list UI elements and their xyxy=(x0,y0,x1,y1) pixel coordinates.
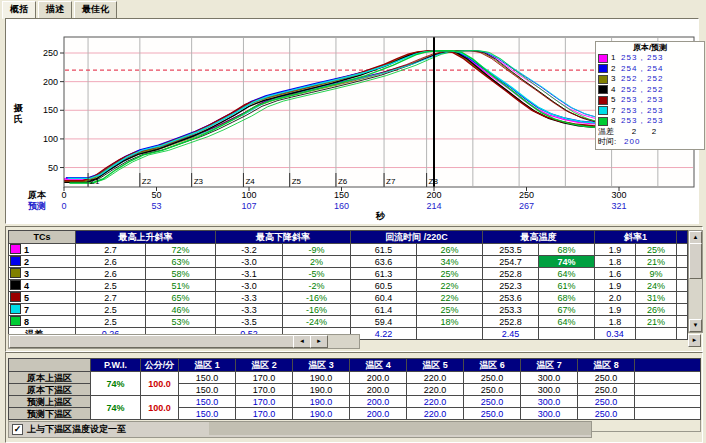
scroll-left-button[interactable]: ◄ xyxy=(293,335,311,348)
zone-setpoint-r0c6[interactable]: 300.0 xyxy=(521,372,578,384)
zone-header-2: 温区 2 xyxy=(236,359,293,372)
x-axis-row-label: 预测 xyxy=(28,201,46,211)
stat-cell-r1c2: -3.0 xyxy=(216,256,283,268)
stat-cell-r6c7: 64% xyxy=(539,316,595,328)
zone-setpoint-r3c3[interactable]: 200.0 xyxy=(350,408,407,420)
zone-header-4: 温区 4 xyxy=(350,359,407,372)
zone-setpoint-r3c5[interactable]: 250.0 xyxy=(464,408,521,420)
zone-setpoint-r0c2[interactable]: 190.0 xyxy=(293,372,350,384)
zone-setpoint-r2c7[interactable]: 250.0 xyxy=(578,396,635,408)
scroll-down-button[interactable]: ▼ xyxy=(689,319,702,332)
zone-setpoint-r0c7[interactable]: 250.0 xyxy=(578,372,635,384)
stat-cell-r1c9: 21% xyxy=(636,256,677,268)
zone-header-7: 温区 7 xyxy=(521,359,578,372)
zone-setpoint-r1c7[interactable]: 250.0 xyxy=(578,384,635,396)
zone-setpoint-r0c3[interactable]: 200.0 xyxy=(350,372,407,384)
stat-cell-r6c8: 1.8 xyxy=(595,316,636,328)
zone-setpoint-r3c6[interactable]: 300.0 xyxy=(521,408,578,420)
zone-setpoint-r0c1[interactable]: 170.0 xyxy=(236,372,293,384)
x-tick-label: 250 xyxy=(519,190,534,200)
stat-cell-r6c9: 21% xyxy=(636,316,677,328)
y-tick-label: 50 xyxy=(48,163,58,173)
zone-setpoint-r1c6[interactable]: 300.0 xyxy=(521,384,578,396)
zone-setpoint-r2c2[interactable]: 190.0 xyxy=(293,396,350,408)
stat-cell-r7c7 xyxy=(539,328,595,340)
zone-setpoint-r2c6[interactable]: 300.0 xyxy=(521,396,578,408)
zone-setpoint-r3c0[interactable]: 150.0 xyxy=(179,408,236,420)
stat-cell-r5c5: 25% xyxy=(417,304,483,316)
x-tick-label: 107 xyxy=(241,201,256,211)
tc-color-chip xyxy=(10,268,21,278)
scroll-right-button[interactable]: ► xyxy=(310,335,328,348)
zone-setpoint-r2c0[interactable]: 150.0 xyxy=(179,396,236,408)
x-tick-label: 53 xyxy=(151,201,161,211)
stat-cell-r6c5: 18% xyxy=(417,316,483,328)
zone-setpoint-r0c0[interactable]: 150.0 xyxy=(179,372,236,384)
zone-setpoint-r1c3[interactable]: 200.0 xyxy=(350,384,407,396)
zone-setpoint-r2c4[interactable]: 220.0 xyxy=(407,396,464,408)
zone-setpoint-r3c4[interactable]: 220.0 xyxy=(407,408,464,420)
legend-item-TC2: 2 254 , 254 xyxy=(598,64,702,75)
corner-scroll-button[interactable]: ► xyxy=(688,334,701,347)
stat-cell-r6c0: 2.5 xyxy=(76,316,146,328)
stat-cell-r0c5: 26% xyxy=(417,244,483,256)
zone-setpoint-r0c4[interactable]: 220.0 xyxy=(407,372,464,384)
tc-color-chip xyxy=(598,117,608,126)
statistics-table: TCs最高上升斜率最高下降斜率回流时间 /220C最高温度斜率112.772%-… xyxy=(8,230,688,340)
zone-setpoint-r3c1[interactable]: 170.0 xyxy=(236,408,293,420)
link-zones-row: ✓ 上与下温区温度设定一至 xyxy=(8,421,592,438)
zone-setpoint-r2c3[interactable]: 200.0 xyxy=(350,396,407,408)
stat-cell-r4c4: 60.4 xyxy=(351,292,417,304)
tab-optimize[interactable]: 最佳化 xyxy=(74,1,117,19)
link-zones-checkbox[interactable]: ✓ xyxy=(12,424,23,435)
zone-setpoint-r1c0[interactable]: 150.0 xyxy=(179,384,236,396)
setpoint-filler-cell xyxy=(635,396,701,408)
legend-peak-values: 254 , 254 xyxy=(621,64,663,74)
hscroll-thumb[interactable] xyxy=(9,335,294,348)
zone-setpoint-r3c7[interactable]: 250.0 xyxy=(578,408,635,420)
zone-setpoint-r2c5[interactable]: 250.0 xyxy=(464,396,521,408)
zone-label-Z8: Z8 xyxy=(429,177,439,186)
stat-cell-r3c7: 61% xyxy=(539,280,595,292)
zone-header-3: 温区 3 xyxy=(293,359,350,372)
zone-setpoint-r1c2[interactable]: 190.0 xyxy=(293,384,350,396)
stat-cell-r4c6: 253.6 xyxy=(483,292,539,304)
legend-peak-values: 252 , 252 xyxy=(621,74,663,84)
stats-row-label: 7 xyxy=(9,304,76,316)
stats-filler-cell xyxy=(677,304,688,316)
stat-cell-r1c6: 254.7 xyxy=(483,256,539,268)
stat-cell-r2c5: 25% xyxy=(417,268,483,280)
stat-cell-r5c9: 26% xyxy=(636,304,677,316)
vscroll-thumb[interactable] xyxy=(689,243,702,279)
zone-setpoint-r2c1[interactable]: 170.0 xyxy=(236,396,293,408)
link-zones-track xyxy=(209,422,591,435)
legend-item-TC1: 1 253 , 253 xyxy=(598,53,702,64)
zone-header-6: 温区 6 xyxy=(464,359,521,372)
x-tick-label: 214 xyxy=(426,201,441,211)
zone-setpoint-r1c1[interactable]: 170.0 xyxy=(236,384,293,396)
tab-summary[interactable]: 概括 xyxy=(2,1,36,19)
tc-color-chip xyxy=(10,292,21,302)
stat-cell-r5c8: 1.9 xyxy=(595,304,636,316)
zone-setpoint-r1c5[interactable]: 250.0 xyxy=(464,384,521,396)
zone-setpoint-r1c4[interactable]: 220.0 xyxy=(407,384,464,396)
zone-header-5: 温区 5 xyxy=(407,359,464,372)
setpoint-row-2: 预测上温区74%100.0150.0170.0190.0200.0220.025… xyxy=(9,396,701,408)
tab-description[interactable]: 描述 xyxy=(38,1,72,19)
zone-setpoint-r3c2[interactable]: 190.0 xyxy=(293,408,350,420)
stats-hscrollbar[interactable]: ◄ ► xyxy=(8,334,360,349)
stat-cell-r7c8: 0.34 xyxy=(595,328,636,340)
stats-vscrollbar[interactable]: ▲ ▼ xyxy=(688,230,703,333)
tc-color-chip xyxy=(598,75,608,84)
zone-setpoint-r0c5[interactable]: 250.0 xyxy=(464,372,521,384)
stats-row-label: 4 xyxy=(9,280,76,292)
speed-value: 100.0 xyxy=(141,396,179,420)
pwi-header: P.W.I. xyxy=(91,359,141,372)
legend-tc-number: 8 xyxy=(611,116,621,126)
stats-filler-cell xyxy=(677,328,688,340)
x-tick-label: 100 xyxy=(241,190,256,200)
stats-filler-cell xyxy=(677,292,688,304)
tc-color-chip xyxy=(598,85,608,94)
stat-cell-r0c0: 2.7 xyxy=(76,244,146,256)
x-tick-label: 150 xyxy=(334,190,349,200)
